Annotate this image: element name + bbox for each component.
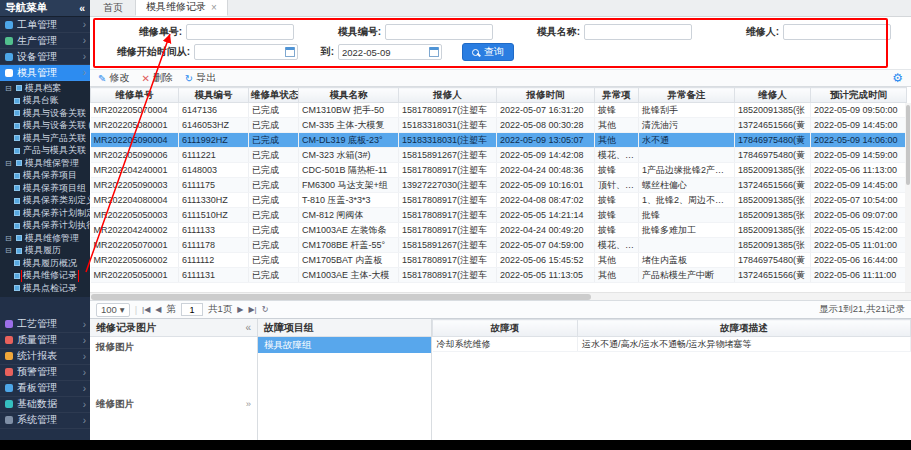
table-row[interactable]: MR2022050800016146053HZ已完成CM-335 主体-大模复1… xyxy=(91,118,907,133)
table-cell: 已完成 xyxy=(249,238,299,253)
table-row[interactable]: MR2022050600026111112已完成CM1705BAT 内盖板158… xyxy=(91,253,907,268)
collapse-icon[interactable]: « xyxy=(245,322,251,333)
column-header-模具名称[interactable]: 模具名称 xyxy=(299,88,399,103)
sidebar-item-设备管理[interactable]: 设备管理› xyxy=(0,49,90,65)
sidebar-item-预警管理[interactable]: 预警管理› xyxy=(0,365,90,381)
tree-item-模具保养项目[interactable]: 模具保养项目 xyxy=(0,170,90,183)
table-cell: 18520091385(张 xyxy=(735,238,811,253)
table-cell: 18520091385(张 xyxy=(735,103,811,118)
column-header-预计完成时间[interactable]: 预计完成时间 xyxy=(811,88,907,103)
sidebar-item-工单管理[interactable]: 工单管理› xyxy=(0,17,90,33)
last-page-button[interactable]: ▶| xyxy=(248,305,256,314)
tree-item-模具保养计划制定[interactable]: 模具保养计划制定 xyxy=(0,207,90,220)
tree-item-模具保养计划执行[interactable]: 模具保养计划执行 xyxy=(0,220,90,233)
prev-page-button[interactable]: ◀ xyxy=(155,305,161,314)
expand-icon[interactable]: ⊟ xyxy=(5,234,13,243)
table-cell: 2022-05-09 13:05:07 xyxy=(497,133,595,148)
repair-order-no-input[interactable] xyxy=(186,24,294,40)
column-header-维修单号[interactable]: 维修单号 xyxy=(91,88,179,103)
table-row[interactable]: MR2022050900036111175已完成FM6300 马达支架+组139… xyxy=(91,178,907,193)
close-icon[interactable]: × xyxy=(211,2,217,13)
table-cell: CM1003AE 左装饰条 xyxy=(299,223,399,238)
date-to-input[interactable] xyxy=(338,44,442,60)
scrollbar-thumb[interactable] xyxy=(91,294,591,300)
tab-home[interactable]: 首页 xyxy=(93,0,133,16)
tree-item-模具保养类别定义[interactable]: 模具保养类别定义 xyxy=(0,195,90,208)
gear-icon[interactable]: ⚙ xyxy=(892,71,903,85)
table-row[interactable]: MR2022050500016111131已完成CM1003AE 主体-大模15… xyxy=(91,268,907,283)
scrollbar-thumb[interactable] xyxy=(906,105,910,185)
sidebar-item-统计报表[interactable]: 统计报表› xyxy=(0,349,90,365)
tree-item-模具台账[interactable]: 模具台账 xyxy=(0,95,90,108)
column-header-维修人[interactable]: 维修人 xyxy=(735,88,811,103)
tree-item-产品与模具关联[interactable]: 产品与模具关联 xyxy=(0,145,90,158)
sidebar-item-工艺管理[interactable]: 工艺管理› xyxy=(0,317,90,333)
page-number-input[interactable] xyxy=(181,303,203,316)
table-row[interactable]: MR2022050700016111178已完成CM1708BE 杆盖-55°1… xyxy=(91,238,907,253)
vertical-scrollbar[interactable] xyxy=(905,103,911,292)
tree-item-模具履历概况[interactable]: 模具履历概况 xyxy=(0,257,90,270)
column-header-异常备注[interactable]: 异常备注 xyxy=(639,88,735,103)
calendar-icon[interactable] xyxy=(429,47,439,57)
date-from-input[interactable] xyxy=(194,44,298,60)
chevron-icon[interactable]: » xyxy=(246,398,251,411)
edit-button[interactable]: ✎ 修改 xyxy=(98,71,129,85)
fault-group-item[interactable]: 模具故障组 xyxy=(258,337,431,353)
mold-name-input[interactable] xyxy=(584,24,692,40)
records-summary: 显示1到21,共21记录 xyxy=(819,303,905,316)
horizontal-scrollbar[interactable] xyxy=(90,292,911,300)
mold-no-input[interactable] xyxy=(385,24,493,40)
tree-item-模具与产品关联[interactable]: 模具与产品关联 xyxy=(0,132,90,145)
calendar-icon[interactable] xyxy=(285,47,295,57)
sidebar-collapse-icon[interactable]: « xyxy=(79,2,85,14)
tree-group-模具维保管理[interactable]: ⊟模具维保管理 xyxy=(0,157,90,170)
table-row[interactable]: MR2022050900066111221已完成CM-323 水箱(3#)158… xyxy=(91,148,907,163)
column-header-维修单状态[interactable]: 维修单状态 xyxy=(249,88,299,103)
table-row[interactable]: MR2022042400016148003已完成CDC-501B 隔热柜-111… xyxy=(91,163,907,178)
toolbar: ✎ 修改 ✕ 删除 ↻ 导出 ⚙ xyxy=(90,69,911,87)
tree-item-模具点检记录[interactable]: 模具点检记录 xyxy=(0,282,90,295)
sidebar-item-看板管理[interactable]: 看板管理› xyxy=(0,381,90,397)
tree-item-模具与设备关联 (吨位)[interactable]: 模具与设备关联 (吨位) xyxy=(0,120,90,133)
table-row[interactable]: MR2022050500036111510HZ已完成CM-812 闸阀体1581… xyxy=(91,208,907,223)
table-cell: 6111175 xyxy=(179,178,249,193)
table-row[interactable]: MR2022050700046147136已完成CM1310BW 把手-5015… xyxy=(91,103,907,118)
table-cell: 6111133 xyxy=(179,223,249,238)
tree-item-模具维修记录[interactable]: 模具维修记录 xyxy=(0,270,90,283)
expand-icon[interactable]: ⊟ xyxy=(5,84,13,93)
next-page-button[interactable]: ▶ xyxy=(237,305,243,314)
tree-group-模具维修管理[interactable]: ⊟模具维修管理 xyxy=(0,232,90,245)
expand-icon[interactable]: ⊟ xyxy=(5,246,13,255)
query-button[interactable]: 查询 xyxy=(462,43,514,61)
report-images-section-label: 报修图片 xyxy=(90,337,257,358)
export-button[interactable]: ↻ 导出 xyxy=(185,71,216,85)
sidebar-item-基础数据[interactable]: 基础数据› xyxy=(0,397,90,413)
column-header-模具编号[interactable]: 模具编号 xyxy=(179,88,249,103)
tree-item-模具与设备关联[interactable]: 模具与设备关联 xyxy=(0,107,90,120)
expand-icon[interactable]: ⊟ xyxy=(5,159,13,168)
chevron-right-icon: › xyxy=(83,415,86,426)
column-header-报修人[interactable]: 报修人 xyxy=(399,88,497,103)
page-size-select[interactable]: 100 ▾ xyxy=(96,303,130,317)
fault-detail-row[interactable]: 冷却系统维修 运水不通/高水/运水不通畅/运水异物堵塞等 xyxy=(433,337,911,352)
refresh-icon[interactable]: ↻ xyxy=(262,305,269,314)
sidebar-item-系统管理[interactable]: 系统管理› xyxy=(0,413,90,429)
table-cell: 螺丝柱偏心 xyxy=(639,178,735,193)
table-row[interactable]: MR2022040800046111330HZ已完成T-810 压盖-3*3*3… xyxy=(91,193,907,208)
tab-mold-repair-records[interactable]: 模具维修记录 × xyxy=(135,0,228,16)
table-row[interactable]: MR2022042400026111133已完成CM1003AE 左装饰条158… xyxy=(91,223,907,238)
table-row[interactable]: MR2022050900046111992HZ已完成CM-DL319 底板-23… xyxy=(91,133,907,148)
sidebar-item-质量管理[interactable]: 质量管理› xyxy=(0,333,90,349)
tree-group-模具履历[interactable]: ⊟模具履历 xyxy=(0,245,90,258)
column-header-异常项[interactable]: 异常项 xyxy=(595,88,639,103)
table-cell: 已完成 xyxy=(249,103,299,118)
delete-button[interactable]: ✕ 删除 xyxy=(141,71,172,85)
sidebar-item-生产管理[interactable]: 生产管理› xyxy=(0,33,90,49)
repairer-input[interactable] xyxy=(783,24,891,40)
sidebar-item-模具管理[interactable]: 模具管理› xyxy=(0,65,90,81)
fault-detail-table: 故障项 故障项描述 冷却系统维修 运水不通/高水/运水不通畅/运水异物堵塞等 xyxy=(432,319,911,352)
first-page-button[interactable]: |◀ xyxy=(142,305,150,314)
column-header-报修时间[interactable]: 报修时间 xyxy=(497,88,595,103)
tree-item-模具保养项目组[interactable]: 模具保养项目组 xyxy=(0,182,90,195)
tree-group-模具档案[interactable]: ⊟模具档案 xyxy=(0,82,90,95)
